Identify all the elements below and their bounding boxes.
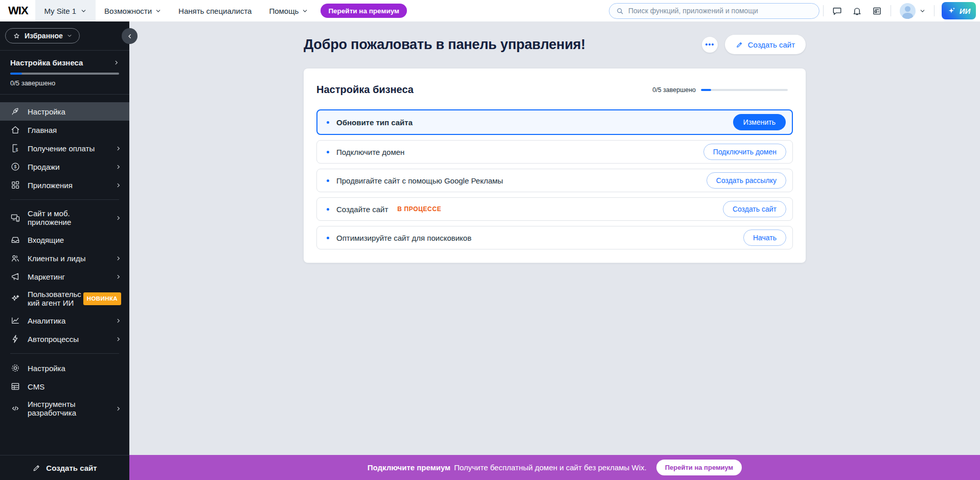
task-connect-domain-button[interactable]: Подключить домен xyxy=(703,144,786,160)
chevron-down-icon xyxy=(155,8,161,14)
banner-premium-button[interactable]: Перейти на премиум xyxy=(656,460,742,475)
setup-progress-label: 0/5 завершено xyxy=(10,79,119,87)
avatar xyxy=(900,3,916,19)
sidebar-item-contacts[interactable]: Клиенты и лиды xyxy=(0,249,129,267)
task-create-site-button[interactable]: Создать сайт xyxy=(723,201,786,217)
account-menu[interactable] xyxy=(895,3,930,19)
main-content: Добро пожаловать в панель управления! Со… xyxy=(129,21,980,455)
dev-tools-icon xyxy=(10,403,20,414)
new-badge: НОВИНКА xyxy=(83,292,121,305)
page-title: Добро пожаловать в панель управления! xyxy=(304,37,585,53)
sidebar-item-dev-tools[interactable]: Инструменты разработчика xyxy=(0,396,129,421)
chevron-right-icon xyxy=(116,215,121,221)
task-connect-domain[interactable]: Подключите домен Подключить домен xyxy=(316,140,793,164)
payments-icon: $ xyxy=(10,143,20,153)
sidebar-item-automations[interactable]: Автопроцессы xyxy=(0,330,129,348)
business-setup-card: Настройка бизнеса 0/5 завершено Обновите… xyxy=(304,68,806,263)
card-progress-label: 0/5 завершено xyxy=(652,86,696,94)
nav-features[interactable]: Возможности xyxy=(96,0,170,21)
sidebar-item-marketing[interactable]: Маркетинг xyxy=(0,267,129,286)
site-and-mobile-icon xyxy=(10,213,20,223)
contacts-icon xyxy=(10,253,20,263)
more-actions-button[interactable] xyxy=(702,37,718,53)
svg-text:$: $ xyxy=(16,147,18,152)
nav-help[interactable]: Помощь xyxy=(260,0,316,21)
sidebar-item-site-and-mobile-app[interactable]: Сайт и моб. приложение xyxy=(0,205,129,231)
sidebar-item-apps[interactable]: Приложения xyxy=(0,176,129,194)
chevron-right-icon xyxy=(116,146,121,151)
chevron-right-icon xyxy=(113,60,119,65)
chevron-down-icon xyxy=(67,33,72,38)
sidebar-item-inbox[interactable]: Входящие xyxy=(0,231,129,249)
favorites-button[interactable]: Избранное xyxy=(5,28,80,43)
apps-icon xyxy=(10,180,20,190)
create-site-header-button[interactable]: Создать сайт xyxy=(725,35,806,54)
bullet-dot xyxy=(327,237,329,239)
divider xyxy=(10,353,119,354)
svg-text:$: $ xyxy=(14,164,17,169)
divider xyxy=(891,5,891,16)
upgrade-premium-button[interactable]: Перейти на премиум xyxy=(321,4,407,18)
card-title: Настройка бизнеса xyxy=(316,84,414,96)
sidebar-item-setup[interactable]: Настройка xyxy=(0,102,129,121)
banner-bold-text: Подключите премиум xyxy=(368,463,450,472)
sidebar-navigation: Настройка Главная $ Получение оплаты $ П… xyxy=(0,95,129,455)
pencil-icon xyxy=(32,464,41,472)
topbar: WIX My Site 1 Возможности Нанять специал… xyxy=(0,0,980,21)
divider xyxy=(934,5,935,16)
sparkle-icon xyxy=(947,6,956,15)
sidebar-item-sales[interactable]: $ Продажи xyxy=(0,157,129,176)
notifications-button[interactable] xyxy=(847,0,867,21)
nav-hire-professional[interactable]: Нанять специалиста xyxy=(170,0,260,21)
ai-assistant-button[interactable]: ИИ xyxy=(942,2,976,19)
chevron-right-icon xyxy=(116,182,121,188)
marketing-icon xyxy=(10,271,20,282)
sidebar-item-ai-agent[interactable]: Пользовательский агент ИИ НОВИНКА xyxy=(0,286,129,311)
divider xyxy=(10,199,119,200)
search-input[interactable] xyxy=(628,7,813,15)
top-navigation: Возможности Нанять специалиста Помощь xyxy=(96,0,316,21)
ai-button-label: ИИ xyxy=(960,7,971,15)
updates-button[interactable] xyxy=(867,0,887,21)
create-site-sidebar-button[interactable]: Создать сайт xyxy=(0,455,129,480)
divider xyxy=(823,5,824,16)
sidebar-item-settings[interactable]: Настройка xyxy=(0,359,129,377)
chevron-right-icon xyxy=(116,406,121,412)
in-progress-badge: В ПРОЦЕССЕ xyxy=(397,205,441,213)
card-progress-bar xyxy=(701,89,788,91)
bullet-dot xyxy=(327,121,329,124)
task-start-button[interactable]: Начать xyxy=(743,230,786,246)
sales-icon: $ xyxy=(10,162,20,172)
inbox-icon xyxy=(10,235,20,245)
sidebar-item-home[interactable]: Главная xyxy=(0,121,129,139)
setup-progress-bar xyxy=(10,73,119,75)
task-update-site-type[interactable]: Обновите тип сайта Изменить xyxy=(316,109,793,135)
bullet-dot xyxy=(327,179,329,182)
bell-icon xyxy=(852,6,862,16)
news-icon xyxy=(872,6,882,16)
sidebar-item-cms[interactable]: CMS xyxy=(0,377,129,396)
task-promote-google-ads[interactable]: Продвигайте сайт с помощью Google Реклам… xyxy=(316,169,793,192)
sidebar-item-analytics[interactable]: Аналитика xyxy=(0,311,129,330)
chat-icon xyxy=(832,6,842,16)
chevron-right-icon xyxy=(116,336,121,342)
search-icon xyxy=(616,7,624,15)
task-create-campaign-button[interactable]: Создать рассылку xyxy=(706,172,786,189)
gear-icon xyxy=(10,363,20,373)
global-search[interactable] xyxy=(609,3,819,19)
wix-logo: WIX xyxy=(8,4,28,17)
sidebar-item-payments[interactable]: $ Получение оплаты xyxy=(0,139,129,157)
site-menu-dropdown[interactable]: My Site 1 xyxy=(35,0,96,21)
task-create-site[interactable]: Создайте сайт В ПРОЦЕССЕ Создать сайт xyxy=(316,197,793,221)
rocket-icon xyxy=(10,106,20,117)
chevron-down-icon xyxy=(81,8,86,14)
pencil-icon xyxy=(736,41,743,49)
analytics-icon xyxy=(10,315,20,326)
sidebar-collapse-button[interactable] xyxy=(122,28,138,44)
cms-icon xyxy=(10,381,20,392)
business-setup-summary[interactable]: Настройка бизнеса 0/5 завершено xyxy=(0,51,129,94)
banner-text: Получите бесплатный домен и сайт без рек… xyxy=(454,463,647,472)
chat-button[interactable] xyxy=(827,0,847,21)
task-seo-optimize[interactable]: Оптимизируйте сайт для поисковиков Начат… xyxy=(316,226,793,249)
task-change-button[interactable]: Изменить xyxy=(733,114,786,130)
